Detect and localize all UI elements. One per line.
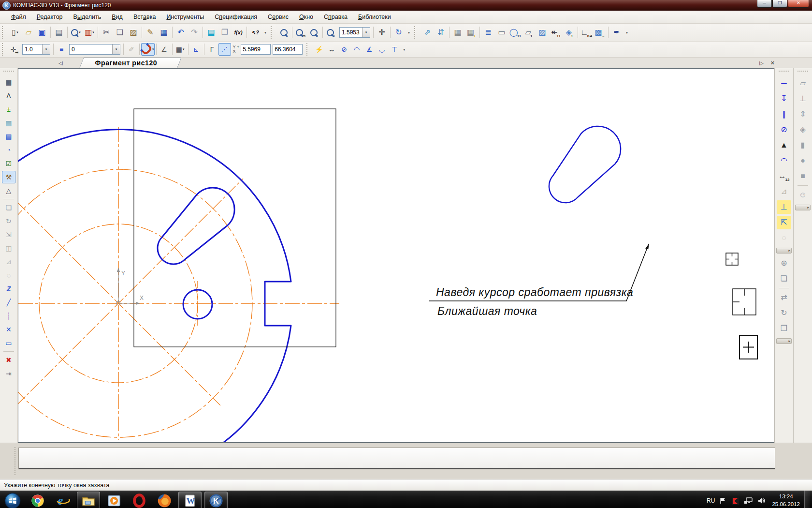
- draw-circle-tangent-button[interactable]: ⊘: [777, 123, 791, 136]
- tool-scale-button[interactable]: ⇲: [2, 228, 15, 241]
- panel-handle[interactable]: [779, 71, 789, 74]
- property-bar[interactable]: [18, 448, 775, 469]
- opera-button[interactable]: [130, 492, 149, 508]
- rotate-part-button[interactable]: ↻: [777, 306, 791, 320]
- arrow-designation-button[interactable]: ↞11: [549, 26, 563, 39]
- maximize-button[interactable]: ❐: [772, 0, 787, 8]
- volume-tray-icon[interactable]: [757, 497, 766, 505]
- variables-button[interactable]: ▤: [204, 26, 218, 39]
- axis-line-button[interactable]: ⇗: [420, 26, 434, 39]
- show-desktop-button[interactable]: [804, 491, 810, 508]
- what-is-tool-button[interactable]: ◌: [777, 231, 791, 245]
- copy-part-button[interactable]: ❐: [777, 322, 791, 335]
- solid-sphere-button[interactable]: ●: [796, 154, 810, 167]
- draw-parallel-button[interactable]: ∥: [777, 107, 791, 121]
- layers-button[interactable]: ≡: [55, 43, 68, 56]
- tool-align-button[interactable]: ⇥: [2, 367, 15, 380]
- tool-break-curve-button[interactable]: ┊: [2, 310, 15, 322]
- network-tray-icon[interactable]: [744, 497, 753, 505]
- property-bar-handle[interactable]: [14, 447, 17, 475]
- copy-align-perp-button[interactable]: ⊥: [777, 200, 791, 214]
- erase-background-button[interactable]: ✐: [125, 43, 138, 56]
- panel-editing-button[interactable]: ⚒: [2, 171, 15, 183]
- menu-specification[interactable]: Спецификация: [209, 12, 262, 22]
- save-document-button[interactable]: ▣: [35, 26, 49, 39]
- components-button[interactable]: ☺: [796, 188, 810, 202]
- kaspersky-tray-icon[interactable]: [731, 497, 740, 505]
- tab-fragment-ris120[interactable]: Фрагмент рис120: [75, 58, 177, 68]
- note-designation-button[interactable]: ▭: [495, 26, 508, 39]
- pan-button[interactable]: ✛: [375, 26, 389, 39]
- plane-offset-button[interactable]: ▱: [796, 76, 810, 90]
- menu-libraries[interactable]: Библиотеки: [353, 12, 396, 22]
- auto-dimension-button[interactable]: ⚡: [313, 43, 325, 56]
- zoom-value[interactable]: 1.5953▾: [339, 27, 370, 38]
- panel-geometry-button[interactable]: ▦: [2, 76, 15, 89]
- redo-button[interactable]: ↷: [188, 26, 201, 39]
- plane-middle-button[interactable]: ⇕: [796, 107, 810, 121]
- drawing-canvas[interactable]: Y X Наведя курсор сработает привязка Бли…: [18, 68, 774, 443]
- cut-button[interactable]: ✂: [100, 26, 113, 39]
- menu-help[interactable]: Справка: [319, 12, 353, 22]
- windows-explorer-button[interactable]: [77, 492, 100, 508]
- undo-button[interactable]: ↶: [174, 26, 188, 39]
- ortho-drawing-button[interactable]: Γ: [206, 43, 218, 56]
- waveline-button[interactable]: ⇵: [434, 26, 448, 39]
- print-button[interactable]: ▤: [52, 26, 66, 39]
- start-button[interactable]: [3, 492, 22, 508]
- linear-dimension-button[interactable]: ↔: [325, 43, 338, 56]
- properties-button[interactable]: ▦: [157, 26, 171, 39]
- refresh-image-button[interactable]: ↻: [392, 26, 406, 39]
- zoom-vertical-button[interactable]: ↕: [307, 26, 321, 39]
- zoom-page-button[interactable]: [277, 26, 290, 39]
- position-leader-button[interactable]: ◯11: [508, 26, 522, 39]
- chrome-button[interactable]: [28, 492, 47, 508]
- close-document-button[interactable]: ✕: [769, 60, 776, 66]
- toolbar-options-2-button[interactable]: ▾: [406, 28, 412, 37]
- plane-angle-button[interactable]: ◈: [796, 123, 810, 136]
- panel-dimensions-button[interactable]: Λ: [2, 90, 15, 102]
- datum-dimension-button[interactable]: ⊤: [388, 43, 401, 56]
- toolbar-handle[interactable]: [414, 26, 418, 39]
- toolbar-options-1-button[interactable]: ▾: [262, 28, 269, 37]
- hatch-designation-button[interactable]: ▨: [536, 26, 549, 39]
- minimize-button[interactable]: ─: [757, 0, 772, 8]
- open-document-button[interactable]: ▱: [22, 26, 35, 39]
- zoom-value-dropdown[interactable]: ▾: [362, 28, 370, 37]
- menu-tools[interactable]: Инструменты: [161, 12, 209, 22]
- new-document-button[interactable]: ▯▾: [8, 26, 22, 39]
- language-indicator[interactable]: RU: [707, 497, 715, 504]
- context-help-button[interactable]: ↖?: [248, 26, 262, 39]
- paste-button[interactable]: ▨: [127, 26, 140, 39]
- solid-cylinder-button[interactable]: ▮: [796, 138, 810, 152]
- collapse-strip[interactable]: ▸: [776, 338, 792, 344]
- solid-box-button[interactable]: ■: [796, 169, 810, 183]
- center-mark-button[interactable]: ▲: [777, 138, 791, 152]
- collapse-strip[interactable]: ▸: [795, 205, 811, 210]
- menu-select[interactable]: Выделить: [68, 12, 107, 22]
- print-preview-button[interactable]: ▾: [69, 26, 83, 39]
- section-designation-button[interactable]: ▱1: [522, 26, 536, 39]
- tool-trim-curve-button[interactable]: ╱: [2, 296, 15, 309]
- panel-spec-button[interactable]: ▦: [2, 117, 15, 129]
- kompas-button[interactable]: K: [204, 492, 228, 508]
- boolean-add-button[interactable]: ⊕: [777, 256, 791, 270]
- datum-designation-button[interactable]: ◈1: [563, 26, 576, 39]
- panel-handle[interactable]: [3, 71, 14, 74]
- stamp-sign-button[interactable]: ✒: [610, 26, 624, 39]
- grid-button[interactable]: ▦▾: [174, 43, 187, 56]
- panel-reports-button[interactable]: ▤: [2, 130, 15, 143]
- copy-button[interactable]: ❏: [113, 26, 127, 39]
- snaps-button[interactable]: ▾: [141, 43, 155, 56]
- action-center-flag-icon[interactable]: [719, 497, 727, 505]
- firefox-button[interactable]: [155, 492, 174, 508]
- table-insert-button[interactable]: ▩→: [593, 26, 607, 39]
- quick-dimension-button[interactable]: ↔12: [777, 169, 791, 183]
- page-setup-button[interactable]: ▥▾: [83, 26, 96, 39]
- menu-insert[interactable]: Вставка: [128, 12, 161, 22]
- local-cs-button[interactable]: ⊾: [190, 43, 203, 56]
- panel-designations-button[interactable]: ±: [2, 103, 15, 116]
- panel-parametrization-button[interactable]: ☑: [2, 157, 15, 170]
- toolbar-options-4-button[interactable]: ▾: [401, 45, 407, 54]
- close-button[interactable]: ✕: [788, 0, 809, 8]
